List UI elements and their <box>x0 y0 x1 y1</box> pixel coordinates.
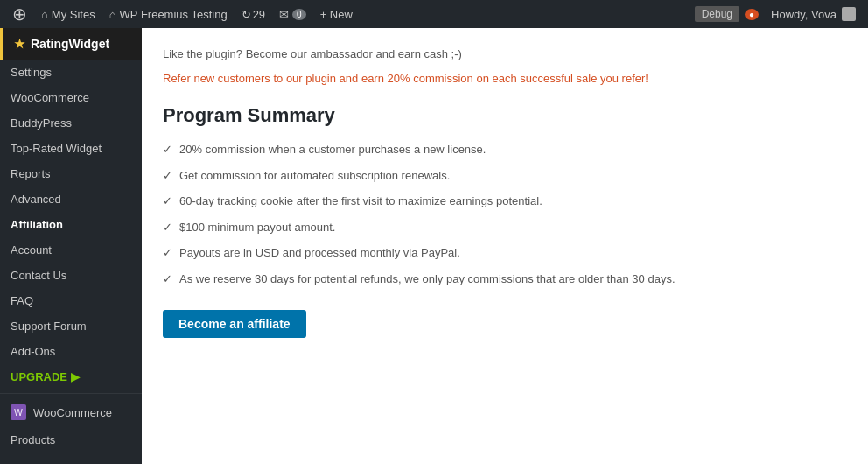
updates-menu[interactable]: ↻ 29 <box>234 0 272 28</box>
sidebar-item-advanced[interactable]: Advanced <box>0 186 142 212</box>
checklist-text-3: 60-day tracking cookie after the first v… <box>179 193 542 210</box>
sidebar-item-faq[interactable]: FAQ <box>0 288 142 313</box>
new-content-menu[interactable]: + New <box>313 0 360 28</box>
checklist-item-6: ✓ As we reserve 30 days for potential re… <box>163 271 847 288</box>
my-sites-label: My Sites <box>52 8 95 21</box>
notification-count: ● <box>745 9 759 20</box>
checklist-item-4: ✓ $100 minimum payout amount. <box>163 219 847 236</box>
sidebar-item-support-forum[interactable]: Support Forum <box>0 313 142 339</box>
sidebar-item-contact-us[interactable]: Contact Us <box>0 263 142 288</box>
intro-text: Like the plugin? Become our ambassador a… <box>163 46 847 63</box>
site-name-menu[interactable]: ⌂ WP Freemius Testing <box>102 0 234 28</box>
checklist-text-4: $100 minimum payout amount. <box>179 219 335 236</box>
become-affiliate-button[interactable]: Become an affiliate <box>163 310 306 338</box>
intro-highlight: Refer new customers to our plugin and ea… <box>163 70 847 88</box>
house-icon: ⌂ <box>41 8 48 21</box>
comments-count: 0 <box>292 9 306 20</box>
comments-menu[interactable]: ✉ 0 <box>272 0 313 28</box>
admin-bar: ⊕ ⌂ My Sites ⌂ WP Freemius Testing ↻ 29 … <box>0 0 868 28</box>
check-icon-3: ✓ <box>163 193 172 210</box>
plugin-name-label: RatingWidget <box>31 37 109 51</box>
sidebar-item-top-rated-widget[interactable]: Top-Rated Widget <box>0 136 142 161</box>
update-icon: ↻ <box>242 8 251 21</box>
checklist-item-5: ✓ Payouts are in USD and processed month… <box>163 244 847 262</box>
star-icon: ★ <box>14 37 25 51</box>
plugin-title[interactable]: ★ RatingWidget <box>0 28 142 60</box>
sidebar-item-account[interactable]: Account <box>0 237 142 263</box>
sidebar-divider <box>0 393 142 394</box>
user-avatar <box>842 7 856 21</box>
check-icon-5: ✓ <box>163 244 172 262</box>
upgrade-button[interactable]: UPGRADE ▶ <box>0 364 142 390</box>
check-icon-4: ✓ <box>163 219 172 236</box>
checklist-item-1: ✓ 20% commission when a customer purchas… <box>163 141 847 158</box>
my-sites-menu[interactable]: ⌂ My Sites <box>34 0 102 28</box>
checklist-item-2: ✓ Get commission for automated subscript… <box>163 167 847 185</box>
checklist-text-1: 20% commission when a customer purchases… <box>179 141 486 158</box>
home-icon: ⌂ <box>109 8 116 21</box>
program-title: Program Summary <box>163 104 847 127</box>
program-checklist: ✓ 20% commission when a customer purchas… <box>163 141 847 287</box>
checklist-text-2: Get commission for automated subscriptio… <box>179 167 450 185</box>
user-menu[interactable]: Howdy, Vova <box>764 7 863 21</box>
sidebar-item-reports[interactable]: Reports <box>0 161 142 186</box>
upgrade-label: UPGRADE ▶ <box>10 370 80 383</box>
comment-icon: ✉ <box>279 8 289 21</box>
sidebar-woocommerce-section[interactable]: W WooCommerce <box>0 397 142 427</box>
debug-button[interactable]: Debug <box>695 6 739 22</box>
check-icon-6: ✓ <box>163 271 172 288</box>
sidebar-item-affiliation[interactable]: Affiliation <box>0 212 142 237</box>
sidebar-item-buddypress[interactable]: BuddyPress <box>0 110 142 136</box>
sidebar-item-add-ons[interactable]: Add-Ons <box>0 339 142 364</box>
checklist-item-3: ✓ 60-day tracking cookie after the first… <box>163 193 847 210</box>
woocommerce-label: WooCommerce <box>33 406 112 419</box>
sidebar-item-products[interactable]: Products <box>0 427 142 453</box>
new-label: + New <box>320 8 353 21</box>
checklist-text-5: Payouts are in USD and processed monthly… <box>179 244 460 262</box>
wp-logo-icon[interactable]: ⊕ <box>5 4 34 25</box>
checklist-text-6: As we reserve 30 days for potential refu… <box>179 271 676 288</box>
site-name-label: WP Freemius Testing <box>120 8 228 21</box>
sidebar: ★ RatingWidget Settings WooCommerce Budd… <box>0 28 142 464</box>
check-icon-2: ✓ <box>163 167 172 185</box>
sidebar-item-woocommerce[interactable]: WooCommerce <box>0 85 142 110</box>
main-content: Like the plugin? Become our ambassador a… <box>142 28 868 464</box>
woocommerce-icon: W <box>10 404 26 420</box>
sidebar-item-settings[interactable]: Settings <box>0 60 142 85</box>
howdy-label: Howdy, Vova <box>771 8 836 21</box>
updates-count: 29 <box>253 8 265 21</box>
check-icon-1: ✓ <box>163 141 172 158</box>
